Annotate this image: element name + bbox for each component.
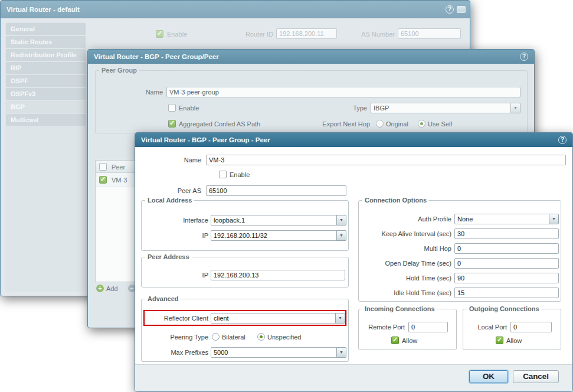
- connection-options-legend: Connection Options: [362, 196, 429, 204]
- incoming-allow-checkbox[interactable]: [391, 337, 399, 344]
- peer-name-input[interactable]: [206, 155, 566, 165]
- local-ip-label: IP: [146, 230, 208, 241]
- pg-name-label: Name: [107, 87, 163, 97]
- chevron-down-icon[interactable]: ▼: [335, 313, 345, 324]
- auth-profile-label: Auth Profile: [360, 214, 451, 224]
- export-original-label: Original: [386, 119, 408, 129]
- aggregated-confed-label: Aggregated Confed AS Path: [179, 119, 260, 129]
- ok-button[interactable]: OK: [469, 370, 508, 383]
- sidebar-item-redistribution-profile[interactable]: Redistribution Profile: [6, 49, 86, 61]
- add-button[interactable]: Add: [106, 283, 118, 294]
- aggregated-confed-checkbox[interactable]: [168, 120, 176, 128]
- interface-label: Interface: [146, 215, 208, 226]
- remote-port-input[interactable]: [408, 322, 448, 332]
- chevron-down-icon[interactable]: ▼: [336, 215, 346, 226]
- help-icon[interactable]: ?: [558, 136, 567, 144]
- vr-enable-checkbox[interactable]: [156, 30, 163, 38]
- dialog-bgp-peer: Virtual Router - BGP - Peer Group - Peer…: [135, 132, 573, 392]
- local-port-input[interactable]: [510, 322, 552, 332]
- chevron-down-icon[interactable]: ▼: [510, 103, 520, 113]
- select-all-checkbox[interactable]: [99, 163, 107, 171]
- multi-hop-input[interactable]: [454, 243, 559, 254]
- outgoing-connections-legend: Outgoing Connections: [467, 305, 542, 313]
- incoming-connections-legend: Incoming Connections: [362, 305, 437, 313]
- incoming-connections-fieldset: Incoming Connections Remote Port Allow: [358, 309, 457, 350]
- dialog3-title-bar: Virtual Router - BGP - Peer Group - Peer…: [135, 133, 572, 147]
- dialog-footer: OK Cancel: [135, 364, 572, 391]
- sidebar-item-static-routes[interactable]: Static Routes: [6, 36, 86, 48]
- peer-enable-label: Enable: [230, 169, 250, 180]
- idle-hold-label: Idle Hold Time (sec): [360, 288, 451, 298]
- open-delay-input[interactable]: [454, 258, 559, 269]
- router-id-label: Router ID: [226, 29, 273, 40]
- hold-time-label: Hold Time (sec): [360, 273, 451, 283]
- export-use-self-label: Use Self: [428, 119, 453, 129]
- help-icon[interactable]: ?: [520, 53, 528, 61]
- peer-name-label: Name: [153, 155, 201, 165]
- peer-enable-checkbox[interactable]: [219, 171, 227, 178]
- dialog1-title-bar: Virtual Router - default ?: [1, 1, 470, 18]
- outgoing-allow-checkbox[interactable]: [496, 337, 503, 344]
- export-original-radio[interactable]: [376, 120, 384, 128]
- sidebar-item-bgp[interactable]: BGP: [6, 101, 86, 113]
- pg-type-dropdown[interactable]: IBGP ▼: [371, 103, 520, 113]
- auth-profile-dropdown[interactable]: None ▼: [454, 214, 559, 224]
- sidebar-item-ospfv3[interactable]: OSPFv3: [6, 88, 86, 100]
- local-address-fieldset: Local Address Interface loopback.1 ▼ IP …: [141, 200, 349, 251]
- row-label: VM-3: [112, 175, 127, 185]
- pg-enable-checkbox[interactable]: [168, 104, 176, 112]
- local-address-legend: Local Address: [145, 196, 194, 204]
- dialog1-title: Virtual Router - default: [6, 1, 80, 18]
- peer-column-header: Peer: [112, 162, 125, 172]
- peering-unspecified-radio[interactable]: [257, 333, 265, 341]
- peer-ip-input[interactable]: [211, 270, 345, 280]
- peer-as-input[interactable]: [206, 185, 346, 196]
- chevron-down-icon[interactable]: ▼: [549, 214, 559, 224]
- export-use-self-radio[interactable]: [418, 120, 425, 128]
- sidebar-item-general[interactable]: General: [6, 23, 86, 35]
- peering-unspecified-label: Unspecified: [267, 332, 301, 342]
- open-delay-label: Open Delay Time (sec): [360, 258, 451, 269]
- keep-alive-input[interactable]: [454, 228, 559, 239]
- export-next-hop-label: Export Next Hop: [293, 119, 370, 129]
- router-id-input[interactable]: [276, 28, 337, 39]
- interface-value: loopback.1: [211, 215, 337, 226]
- dialog3-title: Virtual Router - BGP - Peer Group - Peer: [141, 133, 270, 147]
- sidebar-item-rip[interactable]: RIP: [6, 62, 86, 74]
- peering-bilateral-radio[interactable]: [212, 333, 220, 341]
- as-number-input[interactable]: [398, 28, 461, 39]
- pg-type-value: IBGP: [371, 103, 511, 113]
- pg-enable-label: Enable: [179, 103, 199, 113]
- hold-time-input[interactable]: [454, 273, 559, 283]
- sidebar-item-multicast[interactable]: Multicast: [6, 114, 86, 126]
- local-port-label: Local Port: [463, 322, 507, 332]
- idle-hold-input[interactable]: [454, 288, 559, 298]
- pg-type-label: Type: [308, 103, 367, 113]
- cancel-button[interactable]: Cancel: [513, 370, 559, 383]
- reflector-client-label: Reflector Client: [146, 313, 208, 324]
- outgoing-connections-fieldset: Outgoing Connections Local Port Allow: [463, 309, 561, 350]
- interface-dropdown[interactable]: loopback.1 ▼: [211, 215, 346, 226]
- sidebar-item-ospf[interactable]: OSPF: [6, 75, 86, 87]
- docs-icon[interactable]: [457, 6, 466, 13]
- peer-address-fieldset: Peer Address IP: [141, 257, 349, 288]
- peer-as-label: Peer AS: [153, 185, 201, 196]
- reflector-client-dropdown[interactable]: client ▼: [211, 313, 345, 324]
- row-checkbox[interactable]: [99, 176, 107, 184]
- vr-enable-label: Enable: [167, 29, 187, 40]
- local-ip-dropdown[interactable]: 192.168.200.11/32 ▼: [211, 230, 346, 241]
- advanced-legend: Advanced: [145, 295, 181, 303]
- add-icon[interactable]: +: [96, 285, 104, 292]
- connection-options-fieldset: Connection Options Auth Profile None ▼ K…: [358, 200, 561, 302]
- advanced-fieldset: Advanced Reflector Client client ▼ Peeri…: [141, 299, 349, 362]
- max-prefixes-dropdown[interactable]: 5000 ▼: [211, 347, 346, 358]
- chevron-down-icon[interactable]: ▼: [336, 230, 346, 241]
- peer-group-legend: Peer Group: [99, 66, 139, 74]
- sidebar: General Static Routes Redistribution Pro…: [5, 22, 86, 292]
- incoming-allow-label: Allow: [402, 335, 417, 346]
- pg-name-input[interactable]: [166, 87, 520, 97]
- help-icon[interactable]: ?: [446, 5, 454, 14]
- remote-port-label: Remote Port: [359, 322, 405, 332]
- peering-bilateral-label: Bilateral: [222, 332, 245, 342]
- chevron-down-icon[interactable]: ▼: [336, 347, 346, 358]
